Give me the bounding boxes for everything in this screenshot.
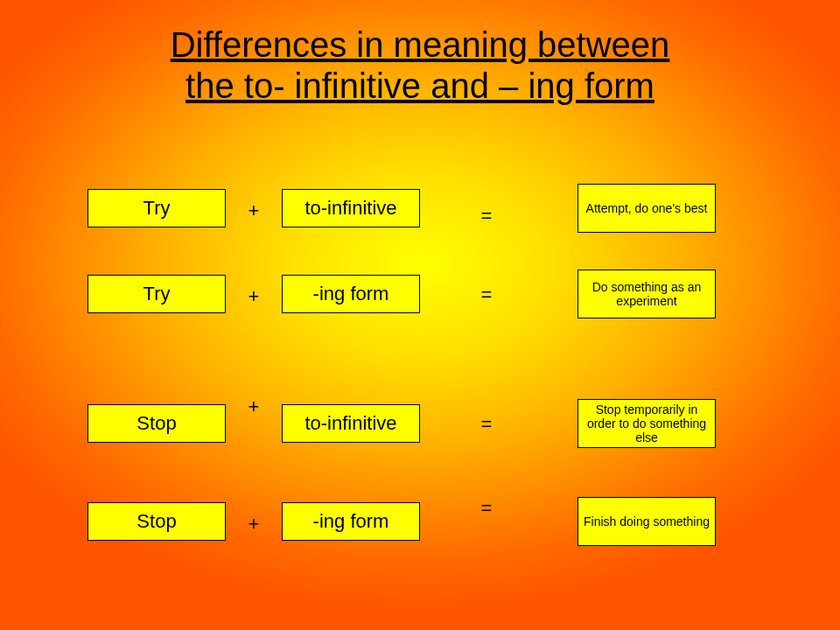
plus-sign: + (243, 285, 264, 308)
verb-box: Try (88, 189, 226, 228)
meaning-box: Do something as an experiment (578, 270, 716, 318)
plus-sign: + (243, 513, 264, 536)
title-line-2: the to- infinitive and – ing form (186, 66, 654, 105)
verb-box: Stop (88, 502, 226, 541)
slide-title: Differences in meaning between the to- i… (0, 24, 840, 107)
form-box: -ing form (282, 275, 420, 313)
form-box: to-infinitive (282, 189, 420, 228)
equals-sign: = (476, 413, 497, 436)
verb-box: Try (88, 275, 226, 313)
plus-sign: + (243, 200, 264, 222)
form-box: to-infinitive (282, 404, 420, 443)
form-box: -ing form (282, 502, 420, 541)
equals-sign: = (476, 205, 497, 228)
slide: Differences in meaning between the to- i… (0, 0, 840, 630)
meaning-box: Stop temporarily in order to do somethin… (578, 399, 716, 448)
meaning-box: Attempt, do one's best (578, 184, 716, 233)
meaning-box: Finish doing something (578, 497, 716, 546)
equals-sign: = (476, 497, 497, 520)
verb-box: Stop (88, 404, 226, 443)
equals-sign: = (476, 284, 497, 306)
title-line-1: Differences in meaning between (171, 25, 670, 64)
plus-sign: + (243, 396, 264, 418)
